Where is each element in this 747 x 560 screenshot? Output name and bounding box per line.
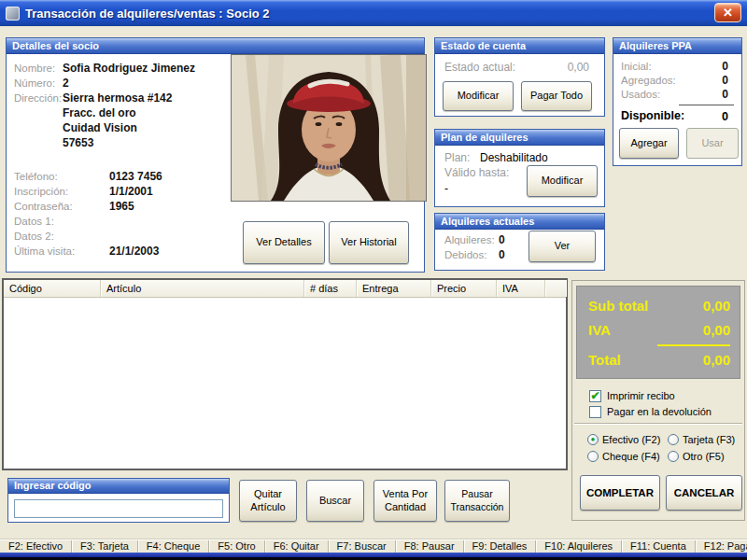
- view-rentals-button[interactable]: Ver: [529, 231, 596, 262]
- member-details-panel: Detalles del socio Nombre:Sofia Rodrigue…: [6, 37, 425, 273]
- rentals-label: Alquileres:: [444, 234, 495, 245]
- used-label: Usados:: [621, 89, 660, 100]
- close-icon: ✕: [723, 6, 733, 20]
- col-filler: [545, 280, 566, 297]
- data1-label: Datos 1:: [14, 214, 109, 229]
- transaction-summary-pane: Sub total 0,00 IVA 0,00 Total 0,00 ✔ Imp…: [571, 280, 745, 521]
- col-precio[interactable]: Precio: [431, 280, 497, 297]
- number-label: Número:: [14, 76, 63, 91]
- ppa-sum-line: [679, 105, 734, 105]
- statusbar-f8: F8: Pausar: [396, 540, 464, 553]
- pause-transaction-button[interactable]: Pausar Transacción: [444, 480, 510, 522]
- quantity-sale-button[interactable]: Venta Por Cantidad: [374, 480, 437, 522]
- pay-on-return-label: Pagar en la devolución: [607, 406, 712, 417]
- pay-all-button[interactable]: Pagar Todo: [521, 81, 592, 111]
- initial-label: Inicial:: [621, 61, 652, 72]
- current-state-value: 0,00: [568, 61, 589, 74]
- password-value: 1965: [109, 199, 134, 214]
- totals-line: [657, 344, 730, 346]
- available-value: 0: [722, 110, 728, 123]
- ppa-use-button: Usar: [686, 128, 739, 159]
- col-articulo[interactable]: Artículo: [101, 280, 304, 297]
- last-visit-label: Última visita:: [14, 244, 109, 259]
- items-table-body[interactable]: [4, 298, 566, 469]
- statusbar-f9: F9: Detalles: [464, 540, 537, 553]
- title-bar: Transacción de alquileres/ventas : Socio…: [0, 0, 747, 26]
- plan-panel-title: Plan de alquileres: [435, 130, 604, 146]
- last-visit-value: 21/1/2003: [109, 244, 159, 259]
- complete-button[interactable]: COMPLETAR: [580, 475, 660, 511]
- current-rentals-panel: Alquileres actuales Alquileres: 0 Debido…: [434, 213, 605, 271]
- code-input[interactable]: [14, 499, 223, 518]
- valid-until-value: -: [444, 182, 448, 195]
- valid-until-label: Válido hasta:: [444, 166, 509, 179]
- payment-tarjeta-label: Tarjeta (F3): [683, 434, 735, 445]
- plan-value: Deshabilitado: [480, 151, 548, 164]
- ppa-add-button[interactable]: Agregar: [619, 128, 679, 159]
- view-history-button[interactable]: Ver Historial: [329, 221, 409, 264]
- window-title: Transacción de alquileres/ventas : Socio…: [25, 7, 270, 21]
- current-rentals-title: Alquileres actuales: [435, 214, 604, 230]
- payment-cheque-label: Cheque (F4): [602, 451, 660, 462]
- col-entrega[interactable]: Entrega: [357, 280, 431, 297]
- phone-value: 0123 7456: [109, 169, 162, 184]
- rental-plan-panel: Plan de alquileres Plan: Deshabilitado V…: [434, 129, 605, 207]
- subtotal-value: 0,00: [703, 298, 730, 314]
- col-codigo[interactable]: Código: [4, 280, 101, 297]
- statusbar-f4: F4: Cheque: [138, 540, 209, 553]
- rentals-value: 0: [499, 233, 505, 246]
- number-value: 2: [63, 76, 69, 91]
- iva-label: IVA: [588, 322, 611, 338]
- added-value: 0: [722, 74, 728, 87]
- col-dias[interactable]: # días: [304, 280, 357, 297]
- initial-value: 0: [722, 60, 728, 73]
- account-state-panel: Estado de cuenta Estado actual: 0,00 Mod…: [434, 37, 605, 117]
- print-receipt-label: Imprimir recibo: [607, 390, 675, 401]
- payment-efectivo-label: Efectivo (F2): [602, 434, 660, 445]
- statusbar-f2: F2: Efectivo: [0, 540, 72, 553]
- options-divider: [574, 423, 742, 424]
- address-value: Sierra hermosa #142 Fracc. del oro Cuida…: [63, 91, 172, 150]
- plan-label: Plan:: [444, 151, 470, 164]
- statusbar-f5: F5: Otro: [209, 540, 264, 553]
- owed-value: 0: [499, 248, 505, 261]
- account-modify-button[interactable]: Modificar: [443, 81, 514, 111]
- ppa-rentals-panel: Alquileres PPA Inicial: 0 Agregados: 0 U…: [613, 37, 742, 166]
- used-value: 0: [722, 88, 728, 101]
- enrolment-value: 1/1/2001: [109, 184, 153, 199]
- code-entry-panel: Ingresar código: [7, 478, 230, 523]
- view-details-button[interactable]: Ver Detalles: [243, 221, 325, 264]
- remove-item-button[interactable]: Quitar Artículo: [239, 480, 297, 522]
- statusbar-f10: F10: Alquileres: [536, 540, 622, 553]
- totals-box: Sub total 0,00 IVA 0,00 Total 0,00: [576, 286, 740, 379]
- payment-cheque-radio[interactable]: [587, 451, 599, 462]
- ppa-panel-title: Alquileres PPA: [613, 38, 741, 54]
- cancel-button[interactable]: CANCELAR: [666, 475, 742, 511]
- payment-otro-label: Otro (F5): [683, 451, 725, 462]
- items-table-header: Código Artículo # días Entrega Precio IV…: [4, 280, 566, 298]
- member-fields: Nombre:Sofia Rodriguez Jimenez Número:2 …: [14, 61, 231, 259]
- statusbar-f7: F7: Buscar: [329, 540, 396, 553]
- plan-modify-button[interactable]: Modificar: [527, 165, 598, 197]
- statusbar-f6: F6: Quitar: [265, 540, 329, 553]
- app-icon: [6, 7, 20, 21]
- items-table: Código Artículo # días Entrega Precio IV…: [2, 278, 568, 470]
- name-value: Sofia Rodriguez Jimenez: [63, 61, 195, 76]
- statusbar-f11: F11: Cuenta: [622, 540, 696, 553]
- payment-tarjeta-radio[interactable]: [668, 434, 679, 445]
- payment-otro-radio[interactable]: [668, 451, 679, 462]
- radio-dot-icon: ●: [591, 436, 596, 443]
- account-panel-title: Estado de cuenta: [435, 38, 604, 54]
- name-label: Nombre:: [14, 61, 63, 76]
- payment-efectivo-radio[interactable]: ●: [587, 434, 599, 445]
- close-button[interactable]: ✕: [714, 3, 741, 22]
- pay-on-return-checkbox[interactable]: [589, 406, 601, 418]
- code-entry-title: Ingresar código: [8, 479, 229, 494]
- available-label: Disponible:: [621, 109, 684, 122]
- added-label: Agregados:: [621, 75, 676, 86]
- print-receipt-checkbox[interactable]: ✔: [589, 390, 601, 402]
- enrolment-label: Inscripción:: [14, 184, 109, 199]
- col-iva[interactable]: IVA: [497, 280, 545, 297]
- member-photo: [231, 54, 427, 202]
- search-button[interactable]: Buscar: [306, 480, 364, 522]
